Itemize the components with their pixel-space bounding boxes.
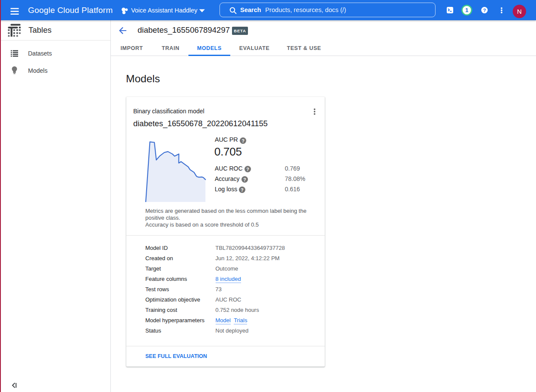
- svg-text:?: ?: [241, 138, 244, 143]
- svg-text:?: ?: [243, 177, 246, 182]
- svg-text:?: ?: [483, 8, 486, 13]
- svg-text:?: ?: [241, 187, 243, 193]
- svg-text:?: ?: [246, 167, 249, 172]
- svg-text:1: 1: [465, 7, 469, 13]
